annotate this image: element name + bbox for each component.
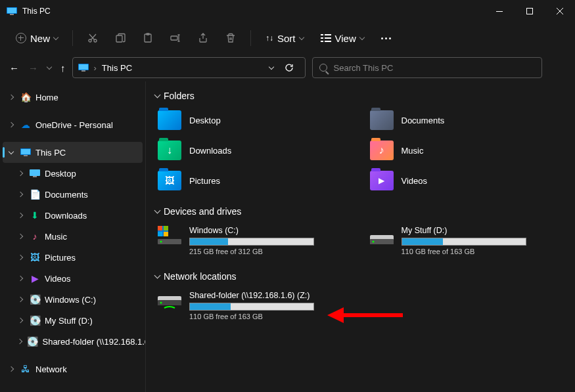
this-pc-icon xyxy=(7,7,17,15)
svg-rect-24 xyxy=(33,176,37,177)
content-area: Folders Desktop Documents Downloads Musi… xyxy=(146,81,575,392)
sidebar-item-downloads[interactable]: ⬇Downloads xyxy=(0,205,145,226)
pictures-icon xyxy=(158,171,181,190)
folder-desktop[interactable]: Desktop xyxy=(155,108,354,133)
this-pc-icon xyxy=(78,64,89,72)
sidebar: 🏠Home ☁OneDrive - Personal This PC Deskt… xyxy=(0,81,146,392)
sidebar-item-home[interactable]: 🏠Home xyxy=(0,87,145,108)
svg-rect-12 xyxy=(321,37,323,39)
new-button[interactable]: New xyxy=(9,26,64,50)
nav-row: ← → ↑ › This PC xyxy=(0,54,575,81)
network-drive-icon xyxy=(158,291,181,311)
share-button[interactable] xyxy=(191,26,215,50)
section-folders-header[interactable]: Folders xyxy=(155,91,566,101)
folder-videos[interactable]: Videos xyxy=(367,168,566,193)
sort-button[interactable]: ↑↓Sort xyxy=(259,26,310,50)
documents-icon xyxy=(370,110,394,130)
minimize-button[interactable] xyxy=(484,1,515,22)
videos-icon xyxy=(370,171,394,190)
svg-rect-11 xyxy=(321,34,323,35)
svg-rect-21 xyxy=(21,149,30,154)
svg-point-6 xyxy=(94,39,97,42)
svg-rect-27 xyxy=(164,226,168,230)
copy-button[interactable] xyxy=(108,26,132,50)
search-icon xyxy=(319,64,327,72)
drive-z[interactable]: Shared-folder (\\192.168.1.6) (Z:)110 GB… xyxy=(155,288,354,323)
sidebar-item-music[interactable]: ♪Music xyxy=(0,226,145,247)
close-button[interactable] xyxy=(545,1,575,22)
drive-icon xyxy=(158,226,181,246)
svg-rect-7 xyxy=(116,35,122,42)
drive-d[interactable]: My Stuff (D:)110 GB free of 163 GB xyxy=(367,223,566,258)
rename-button[interactable] xyxy=(164,26,187,50)
sidebar-item-mystuff[interactable]: 💽My Stuff (D:) xyxy=(0,310,145,331)
sidebar-item-network[interactable]: 🖧Network xyxy=(0,359,145,380)
toolbar: New ↑↓Sort View xyxy=(0,22,575,54)
svg-rect-15 xyxy=(325,37,331,39)
sidebar-item-onedrive[interactable]: ☁OneDrive - Personal xyxy=(0,114,145,135)
svg-rect-26 xyxy=(158,226,162,230)
svg-rect-23 xyxy=(30,169,40,176)
maximize-button[interactable] xyxy=(515,1,545,22)
folder-documents[interactable]: Documents xyxy=(367,108,566,133)
breadcrumb[interactable]: This PC xyxy=(102,63,132,73)
drive-c[interactable]: Windows (C:)215 GB free of 312 GB xyxy=(155,223,354,258)
svg-point-34 xyxy=(372,241,374,243)
svg-rect-14 xyxy=(325,34,331,35)
sidebar-item-pictures[interactable]: 🖼Pictures xyxy=(0,247,145,268)
cut-button[interactable] xyxy=(81,26,104,50)
delete-button[interactable] xyxy=(219,26,242,50)
window-title: This PC xyxy=(22,7,51,16)
svg-rect-3 xyxy=(496,11,503,12)
recent-button[interactable] xyxy=(47,64,52,69)
sidebar-item-videos[interactable]: ▶Videos xyxy=(0,268,145,289)
music-icon xyxy=(370,141,394,160)
sidebar-item-documents[interactable]: 📄Documents xyxy=(0,184,145,205)
forward-button[interactable]: → xyxy=(28,62,38,74)
plus-icon xyxy=(16,33,26,43)
svg-point-37 xyxy=(160,302,162,304)
address-history-button[interactable] xyxy=(268,64,273,69)
drive-icon xyxy=(370,226,394,246)
folder-pictures[interactable]: Pictures xyxy=(155,168,354,193)
svg-rect-18 xyxy=(79,64,88,70)
svg-rect-22 xyxy=(24,155,28,156)
refresh-button[interactable] xyxy=(279,63,300,72)
svg-point-5 xyxy=(89,39,91,42)
svg-rect-19 xyxy=(81,70,85,72)
more-button[interactable] xyxy=(375,26,398,50)
paste-button[interactable] xyxy=(136,26,160,50)
desktop-icon xyxy=(158,110,181,130)
svg-rect-29 xyxy=(164,232,168,236)
svg-rect-16 xyxy=(325,41,331,42)
svg-rect-8 xyxy=(145,34,151,42)
titlebar: This PC xyxy=(0,0,575,22)
downloads-icon xyxy=(158,141,181,160)
sidebar-item-shared[interactable]: 💽Shared-folder (\\192.168.1.6) (Z:) xyxy=(0,331,145,352)
svg-rect-2 xyxy=(10,14,14,15)
view-button[interactable]: View xyxy=(314,26,371,50)
svg-rect-4 xyxy=(527,9,533,14)
search-input[interactable] xyxy=(334,63,535,73)
sidebar-item-windowsc[interactable]: 💽Windows (C:) xyxy=(0,289,145,310)
svg-rect-13 xyxy=(321,41,323,42)
up-button[interactable]: ↑ xyxy=(60,62,66,74)
folder-downloads[interactable]: Downloads xyxy=(155,138,354,163)
sidebar-item-desktop[interactable]: Desktop xyxy=(0,163,145,184)
search-box[interactable] xyxy=(312,57,542,78)
svg-rect-10 xyxy=(171,36,177,40)
address-bar[interactable]: › This PC xyxy=(72,57,306,78)
svg-rect-28 xyxy=(158,232,162,236)
folder-music[interactable]: Music xyxy=(367,138,566,163)
back-button[interactable]: ← xyxy=(9,62,19,74)
section-network-header[interactable]: Network locations xyxy=(155,271,566,282)
section-drives-header[interactable]: Devices and drives xyxy=(155,206,566,217)
svg-point-31 xyxy=(160,241,162,243)
svg-rect-1 xyxy=(7,8,16,13)
sidebar-item-thispc[interactable]: This PC xyxy=(3,142,143,163)
